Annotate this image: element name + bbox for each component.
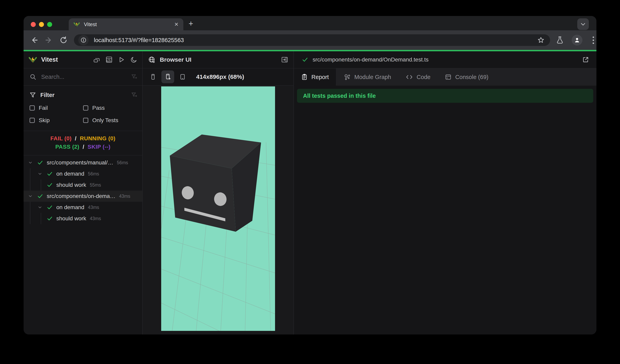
experiments-flask-icon[interactable] [555, 36, 564, 45]
test-progress-bar [24, 50, 596, 51]
clear-filters-icon[interactable] [131, 92, 138, 98]
chevron-down-icon[interactable] [38, 171, 42, 176]
site-info-icon[interactable] [78, 35, 89, 45]
url-bar[interactable]: localhost:5173/#/?file=1828625563 [74, 34, 550, 46]
pass-check-icon [37, 193, 43, 199]
stat-running[interactable]: RUNNING (0) [80, 135, 115, 142]
run-all-icon[interactable] [118, 56, 125, 63]
pass-check-icon [37, 160, 43, 166]
test-duration: 43ms [88, 205, 99, 210]
open-external-icon[interactable] [582, 56, 589, 63]
filter-option-pass[interactable]: Pass [83, 103, 138, 113]
report-tab-bar: Report Module Graph Code Console (69) [294, 68, 596, 86]
app-preview-iframe[interactable] [161, 87, 275, 331]
checkbox-fail[interactable] [30, 105, 35, 111]
new-tab-button[interactable]: + [188, 20, 193, 28]
device-phone-plus-button[interactable] [161, 71, 174, 83]
search-input[interactable]: Search... [41, 74, 131, 80]
robot-cube [170, 134, 261, 232]
stat-fail[interactable]: FAIL (0) [50, 135, 72, 142]
stats-line-2[interactable]: PASS (2) / SKIP (--) [24, 143, 142, 151]
report-file-header: src/components/on-demand/OnDemand.test.t… [294, 51, 596, 68]
indent-guide [30, 213, 30, 224]
tab-title: Vitest [84, 21, 174, 28]
vitest-logo [29, 56, 37, 64]
back-button[interactable] [30, 36, 39, 44]
collapse-all-icon[interactable] [93, 56, 100, 63]
device-tablet-button[interactable] [176, 71, 189, 83]
test-suite-row[interactable]: on demand 43ms [24, 202, 142, 213]
reload-button[interactable] [59, 36, 68, 44]
bookmark-star-icon[interactable] [537, 36, 545, 44]
fullscreen-window-button[interactable] [47, 22, 52, 27]
browser-tab[interactable]: Vitest ✕ [69, 18, 183, 30]
menu-dots-icon[interactable] [589, 36, 596, 45]
file-pass-check-icon [302, 57, 308, 63]
tab-report[interactable]: Report [294, 68, 336, 86]
sidebar: Vitest [24, 51, 143, 335]
stats-line-1[interactable]: FAIL (0) / RUNNING (0) [24, 134, 142, 143]
profile-avatar[interactable] [572, 35, 582, 45]
chevron-down-icon[interactable] [28, 194, 33, 199]
test-case-row[interactable]: should work 55ms [24, 179, 142, 190]
tab-label: Console (69) [455, 74, 488, 80]
indent-guide [41, 179, 41, 190]
console-icon [445, 74, 452, 80]
stat-separator: / [83, 144, 84, 150]
clear-search-filter-icon[interactable] [131, 74, 138, 80]
indent-guide [41, 213, 41, 224]
code-icon [405, 73, 413, 81]
vitest-app: Vitest [24, 51, 596, 335]
filter-option-fail[interactable]: Fail [30, 103, 83, 113]
minimize-window-button[interactable] [39, 22, 44, 27]
clipboard-icon [301, 74, 308, 80]
filter-header: Filter [30, 90, 138, 100]
checkbox-pass[interactable] [83, 105, 88, 111]
url-text[interactable]: localhost:5173/#/?file=1828625563 [94, 37, 537, 44]
screen: Vitest ✕ + [0, 0, 620, 364]
chevron-down-icon[interactable] [28, 160, 33, 165]
device-toolbar: 414x896px (68%) [143, 68, 294, 86]
test-duration: 55ms [90, 182, 101, 188]
tab-console[interactable]: Console (69) [438, 68, 496, 86]
filter-label: Only Tests [92, 117, 118, 124]
dashboard-icon[interactable] [106, 56, 113, 63]
tab-code[interactable]: Code [398, 68, 438, 86]
test-file-row[interactable]: src/components/manual/… 56ms [24, 157, 142, 168]
browser-ui-panel: Browser UI 414x896px (68%) [143, 51, 294, 335]
checkbox-only-tests[interactable] [83, 118, 88, 123]
tab-search-button[interactable] [577, 18, 589, 30]
browser-ui-title: Browser UI [160, 56, 281, 63]
filter-section: Filter Fail Pass [24, 86, 142, 131]
dark-mode-moon-icon[interactable] [130, 56, 138, 63]
traffic-lights [31, 22, 52, 27]
stat-skip[interactable]: SKIP (--) [88, 144, 110, 150]
tab-module-graph[interactable]: Module Graph [336, 68, 398, 86]
test-duration: 43ms [119, 194, 130, 199]
device-phone-button[interactable] [147, 71, 159, 83]
filter-label: Pass [92, 105, 105, 111]
filter-option-skip[interactable]: Skip [30, 115, 83, 126]
favicon-vitest [74, 21, 80, 28]
checkbox-skip[interactable] [30, 118, 35, 123]
indent-guide [30, 202, 30, 213]
preview-area [143, 86, 294, 335]
tab-close-icon[interactable]: ✕ [174, 22, 179, 27]
all-tests-passed-banner: All tests passed in this file [297, 89, 593, 103]
forward-button[interactable] [44, 36, 53, 44]
browser-window: Vitest ✕ + [24, 16, 596, 335]
open-panel-right-icon[interactable] [281, 56, 288, 63]
chevron-down-icon[interactable] [38, 205, 42, 210]
search-row: Search... [24, 68, 142, 86]
test-duration: 56ms [88, 171, 99, 177]
stat-pass[interactable]: PASS (2) [55, 144, 79, 150]
test-file-row-selected[interactable]: src/components/on-dema… 43ms [24, 190, 142, 202]
test-case-row[interactable]: should work 43ms [24, 213, 142, 224]
test-suite-row[interactable]: on demand 56ms [24, 168, 142, 179]
test-label: should work [56, 215, 86, 222]
report-file-path: src/components/on-demand/OnDemand.test.t… [313, 57, 582, 63]
test-label: on demand [56, 204, 84, 211]
filter-label: Skip [39, 117, 49, 124]
filter-option-only-tests[interactable]: Only Tests [83, 115, 138, 126]
close-window-button[interactable] [31, 22, 36, 27]
